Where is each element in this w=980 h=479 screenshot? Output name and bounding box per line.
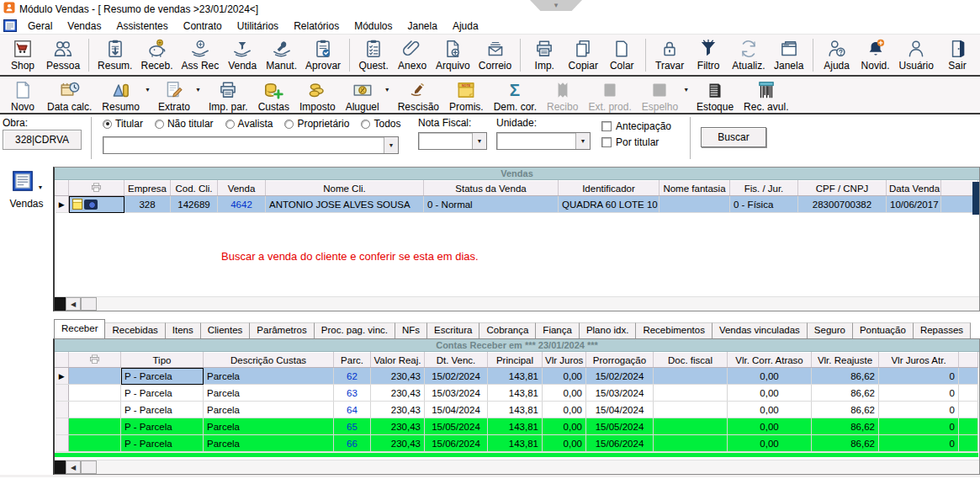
copiar-button[interactable]: Copiar bbox=[564, 35, 602, 75]
estoque-button[interactable]: Estoque bbox=[691, 77, 739, 113]
imposto-button[interactable]: Imposto bbox=[294, 77, 341, 113]
table-row[interactable]: P - ParcelaParcela66230,4315/06/2024143,… bbox=[56, 435, 978, 452]
janela-button[interactable]: Janela bbox=[770, 35, 808, 75]
tab-itens[interactable]: Itens bbox=[166, 322, 201, 338]
tab-par-metros[interactable]: Parâmetros bbox=[250, 322, 314, 338]
tab-seguro[interactable]: Seguro bbox=[808, 322, 853, 338]
scroll-left-button[interactable]: ◀ bbox=[66, 297, 81, 311]
client-search-combobox[interactable]: ▼ bbox=[103, 136, 399, 154]
menu-item-contrato[interactable]: Contrato bbox=[176, 19, 230, 34]
chevron-down-icon[interactable]: ▼ bbox=[575, 133, 590, 149]
tab-recebimentos[interactable]: Recebimentos bbox=[636, 322, 712, 338]
dem--cor--button[interactable]: ΣDem. cor. bbox=[489, 77, 542, 113]
checkbox-por-titular[interactable]: Por titular bbox=[601, 136, 659, 148]
column-header-doc_fiscal[interactable]: Doc. fiscal bbox=[654, 353, 728, 368]
obra-button[interactable]: 328|CDRVA bbox=[3, 130, 82, 150]
radio-avalista[interactable]: Avalista bbox=[225, 118, 273, 130]
checkbox-box[interactable] bbox=[601, 137, 612, 147]
nota-fiscal-combobox[interactable]: ▼ bbox=[418, 132, 487, 150]
radio-todos[interactable]: Todos bbox=[361, 118, 400, 130]
data-calc--button[interactable]: Data calc. bbox=[42, 77, 97, 113]
note-attachment-icon[interactable] bbox=[72, 199, 82, 210]
tab-proc--pag--vinc-[interactable]: Proc. pag. vinc. bbox=[315, 322, 395, 338]
tab-nfs[interactable]: NFs bbox=[395, 322, 427, 338]
radio-dot[interactable] bbox=[284, 120, 294, 129]
aluguel-button[interactable]: Aluguel bbox=[341, 77, 384, 113]
menu-item-janela[interactable]: Janela bbox=[400, 19, 445, 34]
cell-parc[interactable]: 63 bbox=[334, 385, 371, 402]
cell-parc[interactable]: 64 bbox=[334, 402, 371, 418]
shop-button[interactable]: Shop bbox=[3, 35, 42, 75]
buscar-button[interactable]: Buscar bbox=[701, 127, 766, 147]
menu-item-vendas[interactable]: Vendas bbox=[60, 19, 109, 34]
receb--button[interactable]: Receb. bbox=[136, 35, 177, 75]
radio-titular[interactable]: Titular bbox=[103, 118, 143, 130]
column-header-identificador[interactable]: Identificador bbox=[559, 181, 660, 196]
chevron-down-icon[interactable]: ▼ bbox=[384, 87, 390, 93]
manut--button[interactable]: Manut. bbox=[262, 35, 301, 75]
pessoa-button[interactable]: Pessoa bbox=[42, 35, 84, 75]
table-row[interactable]: P - ParcelaParcela65230,4315/05/2024143,… bbox=[56, 418, 978, 435]
column-header-principal[interactable]: Principal bbox=[488, 353, 543, 368]
column-header-vlr_juros_atr[interactable]: Vlr Juros Atr. bbox=[879, 353, 959, 368]
chevron-down-icon[interactable]: ▼ bbox=[38, 184, 44, 190]
column-header-prorrogacao[interactable]: Prorrogação bbox=[586, 353, 654, 368]
sidebar-item-vendas[interactable]: ▼ bbox=[0, 168, 53, 196]
imp--par--button[interactable]: Imp. par. bbox=[204, 77, 253, 113]
tab-cobran-a[interactable]: Cobrança bbox=[479, 322, 536, 338]
column-header-parc[interactable]: Parc. bbox=[334, 353, 371, 368]
radio-propriet-rio[interactable]: Proprietário bbox=[284, 118, 349, 130]
menu-item-mdulos[interactable]: Módulos bbox=[347, 19, 400, 34]
tab-clientes[interactable]: Clientes bbox=[201, 322, 251, 338]
tab-fian-a[interactable]: Fiança bbox=[536, 322, 580, 338]
column-header-venda[interactable]: Venda bbox=[218, 181, 266, 196]
promis--button[interactable]: NOTEPromis. bbox=[444, 77, 489, 113]
extrato-button[interactable]: Extrato bbox=[153, 77, 195, 113]
table-row[interactable]: ▶P - ParcelaParcela62230,4315/02/2024143… bbox=[56, 368, 978, 385]
column-header-cod_cli[interactable]: Cod. Cli. bbox=[171, 181, 218, 196]
app-menu-icon[interactable] bbox=[3, 19, 17, 32]
radio-dot[interactable] bbox=[361, 120, 370, 129]
venda-button[interactable]: Venda bbox=[223, 35, 262, 75]
rec--avul--button[interactable]: Rec. avul. bbox=[739, 77, 793, 113]
travar-button[interactable]: Travar bbox=[650, 35, 689, 75]
tab-vendas-vinculadas[interactable]: Vendas vinculadas bbox=[712, 322, 808, 338]
cell-parc[interactable]: 65 bbox=[334, 418, 371, 435]
tab-plano-idx-[interactable]: Plano idx. bbox=[580, 322, 637, 338]
chevron-down-icon[interactable]: ▼ bbox=[472, 133, 486, 149]
column-header-descricao[interactable]: Descrição Custas bbox=[204, 353, 334, 368]
menu-item-utilitrios[interactable]: Utilitários bbox=[230, 19, 286, 34]
arquivo-button[interactable]: Arquivo bbox=[432, 35, 474, 75]
vendas-vscroll[interactable] bbox=[972, 182, 979, 215]
tab-receber[interactable]: Receber bbox=[54, 319, 105, 338]
column-header-nome[interactable]: Nome Cli. bbox=[266, 181, 424, 196]
radio-dot[interactable] bbox=[155, 120, 164, 129]
column-header-empresa[interactable]: Empresa bbox=[124, 181, 171, 196]
column-header-nome_fantasia[interactable]: Nome fantasia bbox=[660, 181, 730, 196]
column-header-vlr_juros[interactable]: Vlr Juros bbox=[543, 353, 586, 368]
table-row[interactable]: ▶3281426894642ANTONIO JOSE ALVES SOUSA0 … bbox=[56, 196, 978, 213]
scroll-thumb[interactable] bbox=[81, 297, 97, 311]
tab-recebidas[interactable]: Recebidas bbox=[105, 322, 165, 338]
novo-button[interactable]: Novo bbox=[3, 77, 42, 113]
column-header-cpf_cnpj[interactable]: CPF / CNPJ bbox=[798, 181, 887, 196]
checkbox-antecipa--o[interactable]: Antecipação bbox=[601, 120, 671, 132]
quest--button[interactable]: Quest. bbox=[354, 35, 393, 75]
menu-item-assistentes[interactable]: Assistentes bbox=[109, 19, 175, 34]
resum--button[interactable]: Resum. bbox=[93, 35, 136, 75]
tab-escritura[interactable]: Escritura bbox=[427, 322, 479, 338]
colar-button[interactable]: Colar bbox=[602, 35, 641, 75]
table-row[interactable]: P - ParcelaParcela64230,4315/04/2024143,… bbox=[56, 402, 978, 418]
radio-n-o-titular[interactable]: Não titular bbox=[155, 118, 214, 130]
chevron-down-icon[interactable]: ▼ bbox=[195, 87, 201, 93]
chevron-down-icon[interactable]: ▼ bbox=[384, 137, 398, 153]
scroll-left-button[interactable]: ◀ bbox=[66, 460, 81, 474]
usu-rio-button[interactable]: Usuário bbox=[895, 35, 938, 75]
unidade-combobox[interactable]: ▼ bbox=[496, 132, 591, 150]
column-header-fis_jur[interactable]: Fis. / Jur. bbox=[730, 181, 798, 196]
table-row[interactable]: P - ParcelaParcela63230,4315/03/2024143,… bbox=[56, 385, 978, 402]
tab-repasses[interactable]: Repasses bbox=[914, 322, 971, 338]
novid--button[interactable]: Novid. bbox=[856, 35, 895, 75]
printer-column-header[interactable] bbox=[69, 181, 124, 196]
cell-venda[interactable]: 4642 bbox=[218, 196, 266, 213]
